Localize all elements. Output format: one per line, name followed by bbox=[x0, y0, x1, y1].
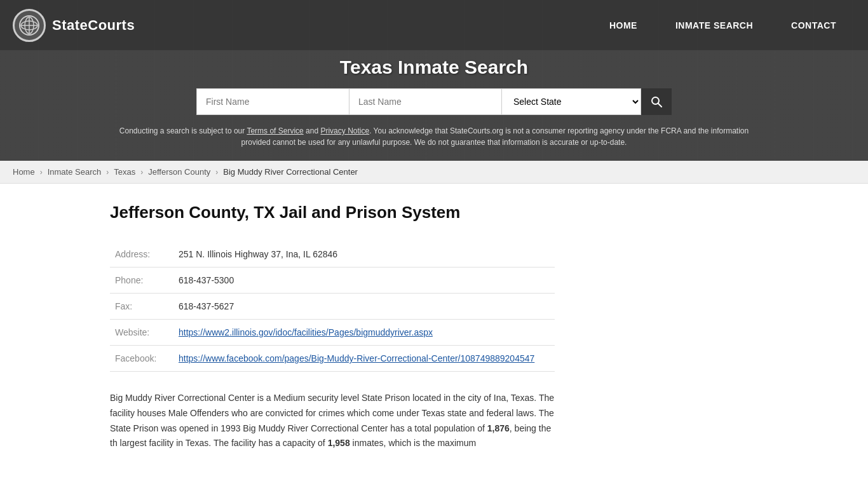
nav-contact[interactable]: CONTACT bbox=[772, 3, 855, 48]
info-table: Address: 251 N. Illinois Highway 37, Ina… bbox=[110, 241, 555, 372]
search-button[interactable] bbox=[641, 88, 672, 115]
website-row: Website: https://www2.illinois.gov/idoc/… bbox=[110, 320, 555, 346]
breadcrumb-sep-2: › bbox=[106, 168, 109, 177]
logo-icon bbox=[13, 9, 46, 42]
breadcrumb: Home › Inmate Search › Texas › Jefferson… bbox=[0, 161, 868, 184]
svg-line-6 bbox=[658, 104, 661, 107]
phone-row: Phone: 618-437-5300 bbox=[110, 268, 555, 294]
header-content: Texas Inmate Search Select State Alabama… bbox=[0, 50, 868, 161]
breadcrumb-county[interactable]: Jefferson County bbox=[148, 167, 210, 177]
fax-label: Fax: bbox=[110, 294, 173, 320]
disclaimer-before: Conducting a search is subject to our bbox=[119, 126, 247, 135]
search-icon bbox=[651, 96, 662, 107]
website-value: https://www2.illinois.gov/idoc/facilitie… bbox=[173, 320, 555, 346]
population-value: 1,876 bbox=[487, 423, 510, 433]
facebook-row: Facebook: https://www.facebook.com/pages… bbox=[110, 346, 555, 372]
logo-svg bbox=[18, 15, 40, 36]
fax-row: Fax: 618-437-5627 bbox=[110, 294, 555, 320]
privacy-link[interactable]: Privacy Notice bbox=[320, 126, 369, 135]
logo-text: StateCourts bbox=[52, 17, 135, 34]
address-row: Address: 251 N. Illinois Highway 37, Ina… bbox=[110, 241, 555, 268]
logo-area[interactable]: StateCourts bbox=[13, 9, 135, 42]
terms-link[interactable]: Terms of Service bbox=[247, 126, 303, 135]
breadcrumb-home[interactable]: Home bbox=[13, 167, 35, 177]
breadcrumb-sep-3: › bbox=[140, 168, 143, 177]
capacity-value: 1,958 bbox=[328, 438, 350, 448]
facility-description: Big Muddy River Correctional Center is a… bbox=[110, 391, 555, 451]
first-name-input[interactable] bbox=[196, 88, 349, 115]
website-label: Website: bbox=[110, 320, 173, 346]
breadcrumb-sep-4: › bbox=[215, 168, 218, 177]
facebook-value: https://www.facebook.com/pages/Big-Muddy… bbox=[173, 346, 555, 372]
search-bar: Select State Alabama Alaska Arizona Arka… bbox=[13, 88, 855, 115]
phone-label: Phone: bbox=[110, 268, 173, 294]
facebook-link[interactable]: https://www.facebook.com/pages/Big-Muddy… bbox=[179, 353, 534, 363]
description-text-3: inmates, which is the maximum bbox=[350, 438, 476, 448]
site-header: StateCourts HOME INMATE SEARCH CONTACT T… bbox=[0, 0, 868, 161]
disclaimer: Conducting a search is subject to our Te… bbox=[116, 125, 752, 161]
breadcrumb-inmate-search[interactable]: Inmate Search bbox=[48, 167, 102, 177]
breadcrumb-state[interactable]: Texas bbox=[114, 167, 135, 177]
page-title: Texas Inmate Search bbox=[13, 57, 855, 78]
breadcrumb-facility: Big Muddy River Correctional Center bbox=[223, 167, 358, 177]
address-value: 251 N. Illinois Highway 37, Ina, IL 6284… bbox=[173, 241, 555, 268]
website-link[interactable]: https://www2.illinois.gov/idoc/facilitie… bbox=[179, 327, 433, 337]
fax-value: 618-437-5627 bbox=[173, 294, 555, 320]
nav-inmate-search[interactable]: INMATE SEARCH bbox=[656, 3, 772, 48]
nav-bar: StateCourts HOME INMATE SEARCH CONTACT bbox=[0, 0, 868, 50]
facility-title: Jefferson County, TX Jail and Prison Sys… bbox=[110, 203, 758, 222]
state-select[interactable]: Select State Alabama Alaska Arizona Arka… bbox=[501, 88, 641, 115]
facebook-label: Facebook: bbox=[110, 346, 173, 372]
nav-links: HOME INMATE SEARCH CONTACT bbox=[590, 3, 855, 48]
breadcrumb-sep-1: › bbox=[40, 168, 43, 177]
last-name-input[interactable] bbox=[349, 88, 501, 115]
disclaimer-and: and bbox=[304, 126, 321, 135]
main-content: Jefferson County, TX Jail and Prison Sys… bbox=[85, 184, 783, 477]
phone-value: 618-437-5300 bbox=[173, 268, 555, 294]
nav-home[interactable]: HOME bbox=[590, 3, 656, 48]
address-label: Address: bbox=[110, 241, 173, 268]
